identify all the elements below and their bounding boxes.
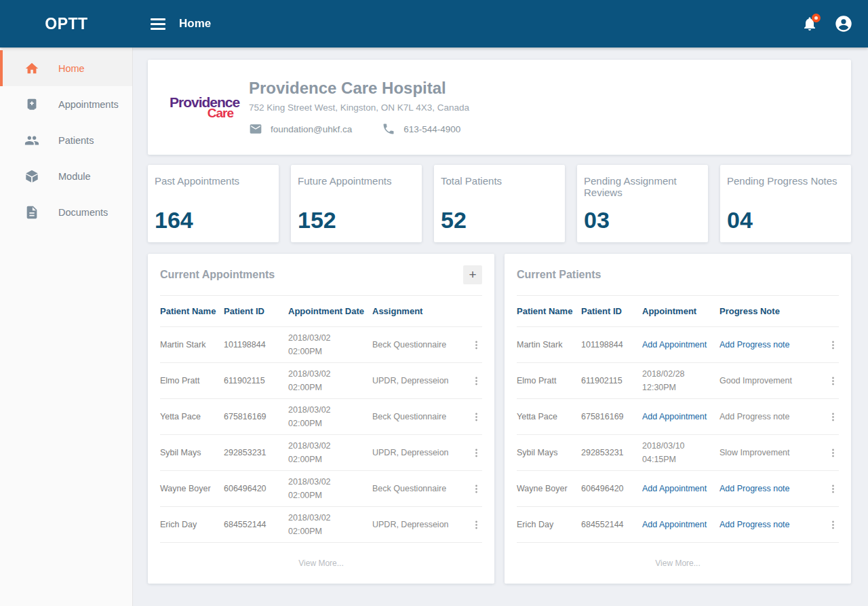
table-row: Yetta Pace6758161692018/03/0202:00PMBeck…: [160, 399, 482, 435]
sidebar-item-label: Documents: [58, 207, 108, 218]
patient-name-cell: Wayne Boyer: [517, 484, 581, 493]
appointment-time: 02:00PM: [288, 345, 372, 358]
add-appointment-link[interactable]: Add Appointment: [642, 484, 719, 493]
appointment-cell: 2018/03/1004:15PM: [642, 439, 719, 466]
stat-label: Past Appointments: [155, 175, 272, 187]
patient-name-cell: Elmo Pratt: [517, 376, 581, 385]
patient-name-cell: Wayne Boyer: [160, 484, 224, 493]
patient-name-cell: Martin Stark: [160, 340, 224, 349]
sidebar-item-home[interactable]: Home: [0, 50, 132, 86]
email-icon: [249, 122, 262, 136]
patient-id-cell: 684552144: [581, 520, 642, 529]
hospital-phone: 613-544-4900: [403, 124, 460, 134]
stat-card: Pending Progress Notes 04: [720, 165, 851, 242]
stat-card: Past Appointments 164: [148, 165, 279, 242]
sidebar-item-module[interactable]: Module: [0, 158, 132, 194]
main-content: Providence Care Providence Care Hospital…: [134, 48, 868, 606]
column-header: Assignment: [372, 306, 462, 316]
patient-id-cell: 611902115: [224, 376, 288, 385]
row-menu-icon[interactable]: [827, 375, 839, 387]
appointment-date: 2018/03/02: [288, 475, 372, 489]
appointment-date: 2018/03/02: [288, 367, 372, 381]
table-row: Erich Day6845521442018/03/0202:00PMUPDR,…: [160, 507, 482, 543]
patient-name-cell: Sybil Mays: [517, 448, 581, 457]
appointment-date-cell: 2018/03/0202:00PM: [288, 475, 372, 502]
row-menu-icon[interactable]: [827, 411, 839, 423]
add-progress-note-link[interactable]: Add Progress note: [719, 484, 818, 493]
appointment-date: 2018/02/28: [642, 367, 719, 381]
appointment-date-cell: 2018/03/0202:00PM: [288, 403, 372, 430]
assignment-cell: UPDR, Depresseion: [372, 448, 462, 457]
column-header: Patient Name: [160, 306, 224, 316]
row-menu-icon[interactable]: [827, 339, 839, 351]
table-row: Wayne Boyer6064964202018/03/0202:00PMBec…: [160, 471, 482, 507]
bell-icon[interactable]: [802, 16, 818, 32]
add-appointment-link[interactable]: Add Appointment: [642, 340, 719, 349]
patients-view-more[interactable]: View More...: [655, 558, 700, 568]
appointment-date-cell: 2018/03/0202:00PM: [288, 331, 372, 358]
appointment-time: 02:00PM: [288, 417, 372, 430]
stat-card: Total Patients 52: [434, 165, 565, 242]
stat-label: Total Patients: [441, 175, 558, 187]
patient-name-cell: Erich Day: [517, 520, 581, 529]
notification-badge: [812, 14, 821, 22]
appointment-time: 02:00PM: [288, 525, 372, 538]
patient-id-cell: 292853231: [224, 448, 288, 457]
progress-note-cell: Slow Improvement: [719, 448, 818, 457]
row-menu-icon[interactable]: [827, 519, 839, 531]
stats-row: Past Appointments 164 Future Appointment…: [148, 165, 851, 242]
sidebar-item-appointments[interactable]: Appointments: [0, 86, 132, 122]
appointments-icon: [24, 97, 39, 112]
add-appointment-link[interactable]: Add Appointment: [642, 520, 719, 529]
appointment-date-cell: 2018/03/0202:00PM: [288, 439, 372, 466]
add-progress-note-link[interactable]: Add Progress note: [719, 520, 818, 529]
appointment-time: 02:00PM: [288, 489, 372, 502]
row-menu-icon[interactable]: [471, 483, 482, 495]
patients-icon: [24, 133, 39, 148]
stat-value: 03: [584, 208, 701, 231]
appointments-table-header: Patient NamePatient IDAppointment DateAs…: [160, 296, 482, 327]
patient-name-cell: Elmo Pratt: [160, 376, 224, 385]
stat-label: Pending Assignment Reviews: [584, 175, 701, 199]
sidebar-item-label: Appointments: [58, 99, 119, 110]
stat-card: Future Appointments 152: [291, 165, 422, 242]
sidebar-item-patients[interactable]: Patients: [0, 122, 132, 158]
row-menu-icon[interactable]: [471, 447, 482, 459]
hospital-address: 752 King Street West, Kingston, ON K7L 4…: [249, 102, 469, 113]
hospital-email: foundation@uhkf.ca: [271, 124, 352, 134]
patient-name-cell: Yetta Pace: [160, 412, 224, 421]
row-menu-icon[interactable]: [827, 447, 839, 459]
sidebar-item-label: Home: [58, 63, 85, 74]
assignment-cell: Beck Questionnaire: [372, 484, 462, 493]
row-menu-icon[interactable]: [471, 411, 482, 423]
row-menu-icon[interactable]: [471, 339, 482, 351]
appointment-date: 2018/03/02: [288, 331, 372, 345]
appointment-time: 04:15PM: [642, 453, 719, 466]
add-appointment-link[interactable]: Add Appointment: [642, 412, 719, 421]
row-menu-icon[interactable]: [827, 483, 839, 495]
table-row: Sybil Mays2928532312018/03/0202:00PMUPDR…: [160, 435, 482, 471]
table-row: Elmo Pratt6119021152018/02/2812:30PMGood…: [517, 363, 839, 399]
phone-icon: [382, 122, 395, 136]
appointment-date: 2018/03/02: [288, 511, 372, 525]
column-header: Progress Note: [719, 306, 818, 316]
row-menu-icon[interactable]: [471, 519, 482, 531]
add-progress-note-link[interactable]: Add Progress note: [719, 340, 818, 349]
progress-note-cell: Good Improvement: [719, 376, 818, 385]
appointments-view-more[interactable]: View More...: [298, 558, 343, 568]
table-row: Martin Stark101198844Add AppointmentAdd …: [517, 327, 839, 363]
column-header: Patient ID: [224, 306, 288, 316]
account-icon[interactable]: [834, 14, 853, 33]
patient-name-cell: Martin Stark: [517, 340, 581, 349]
table-row: Erich Day684552144Add AppointmentAdd Pro…: [517, 507, 839, 543]
assignment-cell: UPDR, Depresseion: [372, 376, 462, 385]
sidebar: Home Appointments Patients Module Docume…: [0, 48, 133, 606]
account-glyph: [834, 14, 853, 33]
sidebar-item-documents[interactable]: Documents: [0, 194, 132, 230]
sidebar-item-label: Module: [58, 171, 91, 182]
add-appointment-button[interactable]: +: [463, 265, 482, 284]
row-menu-icon[interactable]: [471, 375, 482, 387]
appointment-date: 2018/03/02: [288, 439, 372, 453]
appointment-date-cell: 2018/03/0202:00PM: [288, 511, 372, 538]
menu-icon[interactable]: [148, 16, 168, 33]
